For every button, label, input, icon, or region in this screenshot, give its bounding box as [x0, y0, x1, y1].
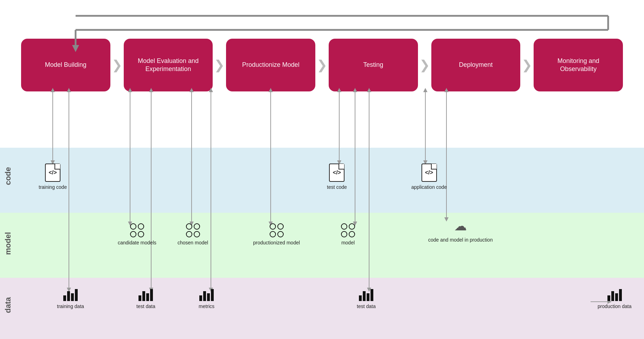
stage-model-evaluation: Model Evaluation and Experimentation [124, 39, 213, 91]
diagram-container: code model data Model Building ❯ Model E… [0, 0, 644, 339]
item-metrics: metrics [199, 288, 214, 309]
band-label-model: model [4, 232, 13, 255]
test-data-testing-icon [359, 288, 373, 301]
production-data-icon [607, 288, 622, 301]
application-code-icon: </> [421, 164, 437, 182]
item-test-code: </> test code [327, 164, 347, 190]
metrics-icon [199, 288, 214, 301]
item-production-data: production data [598, 288, 632, 309]
cloud-icon: ☁ [454, 218, 467, 235]
item-test-data-testing: test data [357, 288, 376, 309]
item-code-model-production: ☁ code and model in production [428, 218, 493, 243]
band-label-data: data [4, 297, 13, 313]
item-test-data-eval: test data [136, 288, 155, 309]
stage-deployment: Deployment [431, 39, 521, 91]
band-model-bg [0, 213, 644, 278]
item-chosen-model: chosen model [178, 223, 208, 246]
productionized-model-icon [270, 223, 284, 237]
item-training-code: </> training code [39, 164, 67, 190]
band-data-bg [0, 278, 644, 339]
stages-row: Model Building ❯ Model Evaluation and Ex… [21, 39, 623, 91]
training-data-icon [63, 288, 78, 301]
test-data-eval-icon [139, 288, 153, 301]
stage-monitoring: Monitoring and Observability [534, 39, 623, 91]
item-productionized-model: productionized model [253, 223, 300, 246]
stage-testing: Testing [329, 39, 418, 91]
stage-model-building: Model Building [21, 39, 110, 91]
candidate-models-icon [130, 223, 144, 237]
item-candidate-models: candidate models [118, 223, 156, 246]
item-training-data: training data [57, 288, 84, 309]
chevron-5: ❯ [520, 59, 534, 71]
model-icon [341, 223, 355, 237]
chevron-4: ❯ [418, 59, 431, 71]
band-code-bg [0, 148, 644, 213]
item-application-code: </> application code [411, 164, 447, 190]
training-code-icon: </> [45, 164, 60, 182]
chosen-model-icon [186, 223, 200, 237]
band-label-code: code [4, 167, 13, 185]
test-code-icon: </> [329, 164, 344, 182]
stage-productionize: Productionize Model [226, 39, 315, 91]
item-model: model [341, 223, 355, 246]
chevron-1: ❯ [110, 59, 124, 71]
chevron-2: ❯ [213, 59, 226, 71]
chevron-3: ❯ [315, 59, 329, 71]
